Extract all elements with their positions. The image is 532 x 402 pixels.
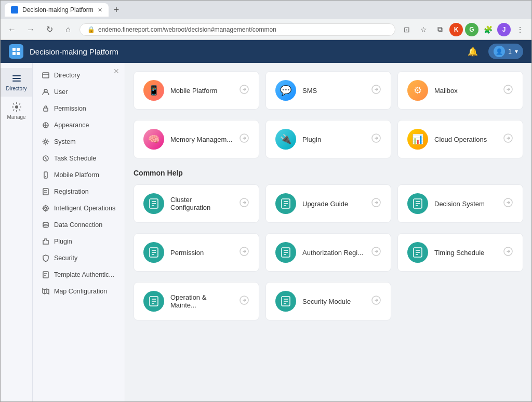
security-module-card-icon <box>275 291 296 312</box>
sidebar-data-connection-label: Data Connection <box>54 221 102 229</box>
template-icon <box>42 271 50 279</box>
notification-bell-icon[interactable]: 🔔 <box>468 47 478 57</box>
app-header: Decision-making Platform 🔔 👤 1 ▾ <box>1 40 531 63</box>
app-logo-icon <box>9 44 23 59</box>
sidebar-mobile-platform-label: Mobile Platform <box>54 171 99 179</box>
appearance-icon <box>42 121 50 129</box>
bookmark-icon[interactable]: ⊡ <box>400 22 414 37</box>
authorization-regi-arrow-icon <box>371 246 381 259</box>
sidebar-item-template-authentic[interactable]: Template Authentic... <box>33 266 125 283</box>
card-timing-schedule[interactable]: Timing Schedule <box>397 233 523 272</box>
puzzle-icon[interactable]: 🧩 <box>481 22 495 37</box>
g-icon[interactable]: G <box>465 23 478 36</box>
browser-tab[interactable]: Decision-making Platform ✕ <box>5 3 109 17</box>
icon-nav: Directory Manage <box>1 63 33 401</box>
tab-title: Decision-making Platform <box>22 6 94 14</box>
new-tab-button[interactable]: + <box>111 5 123 16</box>
shield-icon <box>42 254 50 262</box>
sidebar-item-directory[interactable]: Directory <box>33 67 125 84</box>
svg-point-22 <box>43 222 48 224</box>
sidebar-item-manage-nav[interactable]: Manage <box>1 97 32 125</box>
help-card-grid-row2: Permission Authorization Regi... <box>134 233 523 272</box>
card-memory-management[interactable]: 🧠 Memory Managem... <box>134 120 259 158</box>
memory-mgmt-arrow-icon <box>239 133 249 145</box>
back-button[interactable]: ← <box>5 22 19 37</box>
sidebar-item-appearance[interactable]: Appearance <box>33 117 125 133</box>
security-module-card-label: Security Module <box>302 298 365 305</box>
mobile-platform-arrow-icon <box>239 84 249 97</box>
cluster-config-card-icon <box>143 193 164 214</box>
home-button[interactable]: ⌂ <box>61 22 75 37</box>
decision-system-arrow-icon <box>503 197 513 210</box>
sidebar-task-schedule-label: Task Schedule <box>54 155 96 162</box>
operation-mainte-card-icon <box>143 291 164 312</box>
card-upgrade-guide[interactable]: Upgrade Guide <box>265 184 391 223</box>
svg-marker-26 <box>43 289 49 294</box>
mobile-platform-card-label: Mobile Platform <box>170 87 233 95</box>
sidebar-pin-icon[interactable]: ✕ <box>113 67 119 75</box>
card-cloud-operations[interactable]: 📊 Cloud Operations <box>397 120 523 158</box>
card-mobile-platform[interactable]: 📱 Mobile Platform <box>134 71 259 110</box>
card-security-module[interactable]: Security Module <box>265 282 391 320</box>
mailbox-arrow-icon <box>503 84 513 97</box>
refresh-button[interactable]: ↻ <box>42 22 57 37</box>
clock-icon <box>42 154 50 163</box>
card-operation-mainte[interactable]: Operation & Mainte... <box>134 282 259 320</box>
extension-icon[interactable]: ⧉ <box>433 22 447 37</box>
browser-titlebar: Decision-making Platform ✕ + <box>1 1 531 19</box>
sidebar-item-mobile-platform[interactable]: Mobile Platform <box>33 167 125 183</box>
sidebar-item-map-configuration[interactable]: Map Configuration <box>33 283 125 300</box>
user-icon <box>42 88 50 96</box>
sidebar-item-task-schedule[interactable]: Task Schedule <box>33 150 125 167</box>
sms-card-icon: 💬 <box>275 80 296 101</box>
browser-user-avatar[interactable]: J <box>497 23 511 36</box>
card-decision-system[interactable]: Decision System <box>397 184 523 223</box>
svg-rect-23 <box>43 272 48 278</box>
permission2-arrow-icon <box>239 246 249 259</box>
browser-controls: ← → ↻ ⌂ 🔒 endemo.finereport.com/webroot/… <box>1 19 531 40</box>
manage-nav-label: Manage <box>7 114 25 120</box>
menu-icon[interactable]: ⋮ <box>513 22 527 37</box>
card-authorization-regi[interactable]: Authorization Regi... <box>265 233 391 272</box>
card-mailbox[interactable]: ⚙ Mailbox <box>397 71 523 110</box>
sidebar-item-system[interactable]: System <box>33 133 125 150</box>
map-icon <box>42 287 50 296</box>
sidebar-user-label: User <box>54 88 68 96</box>
forward-button[interactable]: → <box>23 22 38 37</box>
sidebar-item-directory-nav[interactable]: Directory <box>1 68 32 97</box>
star-icon[interactable]: ☆ <box>416 22 431 37</box>
card-permission2[interactable]: Permission <box>134 233 259 272</box>
permission2-card-label: Permission <box>170 249 233 257</box>
sidebar-item-user[interactable]: User <box>33 84 125 100</box>
plugin-card-icon: 🔌 <box>275 129 296 150</box>
header-user-button[interactable]: 👤 1 ▾ <box>488 44 523 59</box>
sidebar-item-data-connection[interactable]: Data Connection <box>33 217 125 233</box>
plugin-icon <box>42 237 50 246</box>
sms-card-label: SMS <box>302 87 365 95</box>
card-cluster-configuration[interactable]: Cluster Configuration <box>134 184 259 223</box>
sidebar-intelligent-ops-label: Intelligent Operations <box>54 205 115 212</box>
sidebar-map-config-label: Map Configuration <box>54 288 107 295</box>
sidebar-system-label: System <box>54 138 76 145</box>
svg-point-13 <box>45 141 47 143</box>
tab-favicon <box>11 6 18 14</box>
sidebar-item-intelligent-operations[interactable]: Intelligent Operations <box>33 200 125 217</box>
sidebar-appearance-label: Appearance <box>54 122 89 129</box>
address-bar[interactable]: 🔒 endemo.finereport.com/webroot/decision… <box>79 23 395 36</box>
card-plugin[interactable]: 🔌 Plugin <box>265 120 391 158</box>
tab-close-button[interactable]: ✕ <box>98 7 102 14</box>
sidebar-item-permission[interactable]: Permission <box>33 100 125 117</box>
sms-arrow-icon <box>371 84 381 97</box>
sidebar-item-registration[interactable]: Registration <box>33 183 125 200</box>
directory-nav-label: Directory <box>6 86 26 91</box>
sidebar-item-security[interactable]: Security <box>33 250 125 266</box>
sidebar-security-label: Security <box>54 254 77 262</box>
k-icon[interactable]: K <box>449 23 463 36</box>
registration-icon <box>42 187 50 196</box>
sidebar-item-plugin[interactable]: Plugin <box>33 233 125 250</box>
cloud-ops-arrow-icon <box>503 133 513 145</box>
app-container: Decision-making Platform 🔔 👤 1 ▾ Directo… <box>1 40 531 401</box>
card-sms[interactable]: 💬 SMS <box>265 71 391 110</box>
timing-schedule-arrow-icon <box>503 246 513 259</box>
svg-rect-11 <box>44 108 48 111</box>
